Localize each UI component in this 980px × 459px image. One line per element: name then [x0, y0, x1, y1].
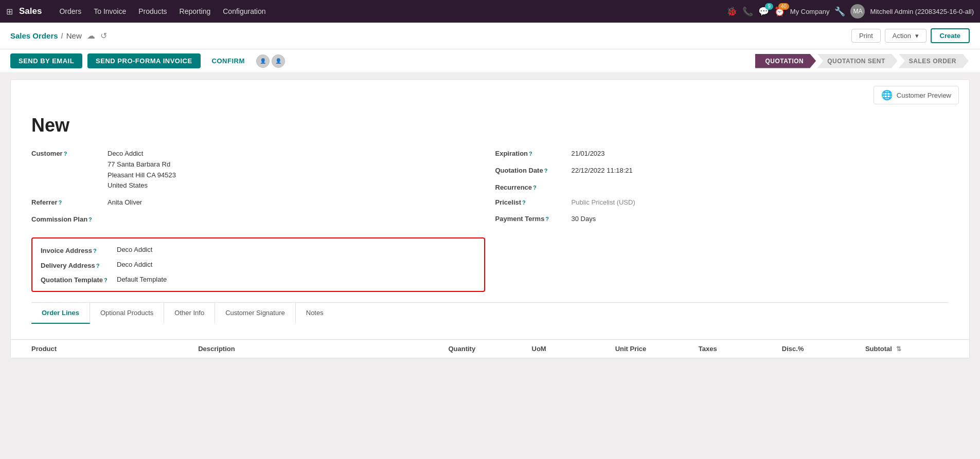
invoice-address-label: Invoice Address? — [41, 246, 113, 254]
user-name: Mitchell Admin (22083425-16-0-all) — [870, 8, 974, 15]
commission-row: Commission Plan? — [31, 214, 485, 223]
expiration-value[interactable]: 21/01/2023 — [572, 149, 605, 159]
col-taxes: Taxes — [699, 345, 782, 353]
delivery-help-icon[interactable]: ? — [96, 263, 100, 269]
action-dropdown-icon: ▾ — [915, 32, 919, 40]
action-button-label: Action — [893, 32, 911, 40]
confirm-button[interactable]: CONFIRM — [206, 53, 251, 68]
quotation-template-label: Quotation Template? — [41, 275, 113, 284]
breadcrumb-separator: / — [61, 31, 63, 40]
create-button[interactable]: Create — [931, 28, 970, 43]
template-help-icon[interactable]: ? — [104, 277, 108, 283]
form-title: New — [31, 115, 949, 136]
expiration-label: Expiration? — [495, 149, 567, 157]
menu-item-configuration[interactable]: Configuration — [218, 5, 271, 17]
pricelist-value[interactable]: Public Pricelist (USD) — [572, 197, 635, 208]
payment-terms-help-icon[interactable]: ? — [545, 216, 549, 222]
customer-label: Customer? — [31, 149, 103, 157]
breadcrumb-parent[interactable]: Sales Orders — [10, 31, 58, 40]
expiration-help-icon[interactable]: ? — [529, 151, 532, 157]
subtotal-sort-icon[interactable]: ⇅ — [896, 345, 901, 353]
customer-help-icon[interactable]: ? — [64, 151, 67, 157]
col-uom: UoM — [532, 345, 615, 353]
tab-notes[interactable]: Notes — [296, 303, 334, 324]
breadcrumb-right-actions: Print Action ▾ Create — [851, 28, 970, 43]
payment-terms-value[interactable]: 30 Days — [572, 214, 596, 225]
action-button[interactable]: Action ▾ — [885, 29, 926, 43]
delivery-address-label: Delivery Address? — [41, 261, 113, 269]
chat-badge: 9 — [765, 3, 773, 10]
print-button[interactable]: Print — [851, 29, 881, 43]
quotation-date-value[interactable]: 22/12/2022 11:18:21 — [572, 166, 633, 176]
tab-customer-signature[interactable]: Customer Signature — [215, 303, 296, 324]
invoice-address-value[interactable]: Deco Addict — [117, 245, 152, 255]
expiration-row: Expiration? 21/01/2023 — [495, 149, 949, 159]
pricelist-help-icon[interactable]: ? — [522, 199, 526, 206]
col-subtotal: Subtotal ⇅ — [865, 345, 949, 353]
menu-item-to-invoice[interactable]: To Invoice — [88, 5, 131, 17]
status-step-sales-order[interactable]: SALES ORDER — [899, 54, 969, 68]
referrer-value[interactable]: Anita Oliver — [108, 197, 142, 208]
recurrence-help-icon[interactable]: ? — [533, 185, 537, 191]
referrer-help-icon[interactable]: ? — [59, 199, 62, 206]
send-proforma-button[interactable]: SEND PRO-FORMA INVOICE — [87, 53, 200, 68]
pricelist-label: Pricelist? — [495, 197, 567, 206]
avatar-1: 👤 — [256, 54, 270, 68]
settings-icon[interactable]: 🔧 — [834, 6, 845, 17]
top-navigation: ⊞ Sales Orders To Invoice Products Repor… — [0, 0, 980, 23]
brand-name[interactable]: Sales — [19, 6, 42, 16]
quotation-template-row: Quotation Template? Default Template — [41, 274, 476, 285]
status-pipeline: QUOTATION QUOTATION SENT SALES ORDER — [755, 54, 970, 68]
tab-other-info[interactable]: Other Info — [164, 303, 215, 324]
refresh-icon[interactable]: ↺ — [100, 31, 107, 41]
form-right-column: Expiration? 21/01/2023 Quotation Date? 2… — [495, 149, 949, 292]
status-step-quotation[interactable]: QUOTATION — [755, 54, 816, 68]
invoice-help-icon[interactable]: ? — [93, 248, 97, 254]
quotation-date-row: Quotation Date? 22/12/2022 11:18:21 — [495, 166, 949, 176]
highlight-box: Invoice Address? Deco Addict Delivery Ad… — [31, 237, 485, 292]
confirm-avatars: 👤 👤 — [256, 54, 285, 68]
breadcrumb-current: New — [66, 31, 82, 40]
form-card: 🌐 Customer Preview New Customer? Deco Ad… — [10, 79, 970, 358]
menu-item-reporting[interactable]: Reporting — [174, 5, 216, 17]
clock-badge: 40 — [778, 3, 789, 10]
main-content: 🌐 Customer Preview New Customer? Deco Ad… — [0, 79, 980, 369]
customer-preview-label: Customer Preview — [897, 91, 951, 99]
table-header: Product Description Quantity UoM Unit Pr… — [11, 339, 969, 358]
send-email-button[interactable]: SEND BY EMAIL — [10, 53, 82, 68]
menu-item-products[interactable]: Products — [133, 5, 172, 17]
delivery-address-value[interactable]: Deco Addict — [117, 260, 152, 270]
chat-icon[interactable]: 💬9 — [758, 6, 769, 17]
customer-row: Customer? Deco Addict 77 Santa Barbara R… — [31, 149, 485, 191]
breadcrumb-bar: Sales Orders / New ☁ ↺ Print Action ▾ Cr… — [0, 23, 980, 49]
avatar-2: 👤 — [272, 54, 285, 68]
quotation-date-help-icon[interactable]: ? — [544, 168, 548, 174]
menu-item-orders[interactable]: Orders — [54, 5, 86, 17]
globe-icon: 🌐 — [881, 89, 893, 101]
phone-icon[interactable]: 📞 — [742, 6, 753, 17]
recurrence-row: Recurrence? — [495, 182, 949, 191]
main-menu: Orders To Invoice Products Reporting Con… — [54, 5, 726, 17]
user-avatar[interactable]: MA — [850, 4, 865, 19]
col-quantity: Quantity — [448, 345, 531, 353]
clock-icon[interactable]: ⏰40 — [774, 6, 785, 17]
quotation-template-value[interactable]: Default Template — [117, 274, 167, 285]
tab-optional-products[interactable]: Optional Products — [90, 303, 164, 324]
commission-help-icon[interactable]: ? — [88, 216, 92, 223]
col-disc: Disc.% — [782, 345, 865, 353]
tab-order-lines[interactable]: Order Lines — [31, 303, 90, 324]
company-name[interactable]: My Company — [790, 8, 830, 15]
action-bar: SEND BY EMAIL SEND PRO-FORMA INVOICE CON… — [0, 49, 980, 73]
form-left-column: Customer? Deco Addict 77 Santa Barbara R… — [31, 149, 485, 292]
save-cloud-icon[interactable]: ☁ — [87, 31, 95, 41]
status-step-quotation-sent[interactable]: QUOTATION SENT — [817, 54, 898, 68]
referrer-label: Referrer? — [31, 197, 103, 206]
customer-value[interactable]: Deco Addict 77 Santa Barbara Rd Pleasant… — [108, 149, 176, 191]
debug-icon[interactable]: 🐞 — [726, 6, 737, 17]
form-body: New Customer? Deco Addict 77 Santa Barba… — [11, 104, 969, 339]
tabs-bar: Order Lines Optional Products Other Info… — [31, 302, 949, 324]
payment-terms-row: Payment Terms? 30 Days — [495, 214, 949, 225]
customer-preview-button[interactable]: 🌐 Customer Preview — [874, 86, 959, 104]
grid-menu-icon[interactable]: ⊞ — [6, 7, 13, 16]
nav-right-section: 🐞 📞 💬9 ⏰40 My Company 🔧 MA Mitchell Admi… — [726, 4, 974, 19]
